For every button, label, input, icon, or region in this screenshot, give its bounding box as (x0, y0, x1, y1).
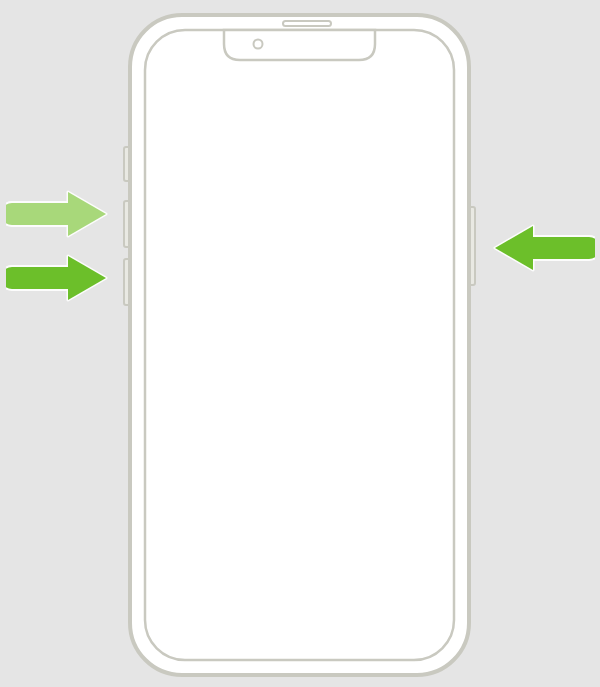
iphone-button-diagram: Volume Up button Volume Down button Side… (0, 0, 600, 687)
iphone-outline-icon (0, 0, 600, 687)
arrow-volume-down-icon: Volume Down button (6, 252, 118, 304)
svg-rect-5 (145, 30, 454, 660)
arrow-side-button-icon: Side button (483, 222, 595, 274)
arrow-volume-up-icon: Volume Up button (6, 188, 118, 240)
